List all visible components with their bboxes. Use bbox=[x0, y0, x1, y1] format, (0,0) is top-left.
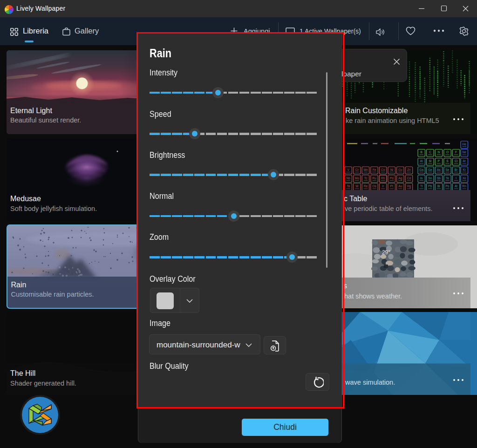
svg-text:As: As bbox=[437, 168, 441, 171]
svg-text:Nb: Nb bbox=[347, 176, 351, 179]
svg-text:Au: Au bbox=[398, 184, 402, 188]
svg-text:Po: Po bbox=[446, 184, 450, 188]
svg-text:F: F bbox=[455, 150, 457, 154]
svg-text:Kr: Kr bbox=[463, 168, 466, 171]
svg-text:In: In bbox=[420, 176, 423, 179]
svg-text:Se: Se bbox=[446, 168, 450, 171]
svg-text:At: At bbox=[455, 184, 457, 188]
svg-text:Ni: Ni bbox=[390, 168, 393, 171]
svg-text:W: W bbox=[355, 184, 359, 188]
svg-text:Cr: Cr bbox=[355, 168, 359, 171]
svg-text:Pb: Pb bbox=[428, 184, 432, 188]
svg-text:Si: Si bbox=[429, 159, 431, 163]
svg-text:Ge: Ge bbox=[428, 168, 432, 171]
svg-text:Cu: Cu bbox=[398, 168, 402, 171]
svg-text:Cd: Cd bbox=[407, 176, 411, 179]
svg-text:S: S bbox=[446, 159, 449, 163]
svg-text:Rn: Rn bbox=[463, 184, 467, 188]
svg-text:Te: Te bbox=[446, 176, 449, 179]
svg-text:Xe: Xe bbox=[463, 176, 466, 179]
svg-text:B: B bbox=[421, 150, 422, 154]
svg-text:Re: Re bbox=[364, 184, 368, 188]
svg-text:Fe: Fe bbox=[373, 168, 376, 171]
svg-text:Co: Co bbox=[381, 168, 385, 171]
svg-text:Ta: Ta bbox=[347, 184, 350, 188]
svg-text:Al: Al bbox=[420, 159, 423, 163]
svg-text:He: He bbox=[463, 142, 467, 145]
svg-text:O: O bbox=[446, 150, 449, 154]
svg-text:V: V bbox=[348, 168, 350, 171]
svg-text:Br: Br bbox=[455, 168, 458, 171]
svg-text:N: N bbox=[438, 150, 440, 154]
svg-text:Pt: Pt bbox=[390, 184, 393, 188]
svg-text:Tl: Tl bbox=[420, 184, 423, 188]
svg-text:C: C bbox=[429, 150, 431, 154]
svg-text:Os: Os bbox=[372, 184, 376, 188]
svg-text:Mn: Mn bbox=[363, 168, 368, 171]
svg-text:29°: 29° bbox=[382, 249, 390, 256]
svg-text:Tc: Tc bbox=[364, 176, 368, 179]
svg-text:Hg: Hg bbox=[407, 184, 411, 188]
svg-text:Ag: Ag bbox=[398, 176, 402, 180]
svg-text:P: P bbox=[438, 159, 440, 163]
svg-text:Bi: Bi bbox=[437, 184, 440, 188]
svg-text:Ar: Ar bbox=[463, 159, 466, 163]
svg-text:Rh: Rh bbox=[381, 176, 385, 179]
svg-text:Sn: Sn bbox=[428, 176, 432, 179]
svg-text:I: I bbox=[456, 176, 457, 179]
svg-text:Ne: Ne bbox=[463, 150, 467, 154]
svg-text:Sb: Sb bbox=[437, 176, 441, 179]
svg-text:Mo: Mo bbox=[355, 176, 359, 179]
svg-text:Ga: Ga bbox=[419, 168, 423, 171]
svg-text:Ru: Ru bbox=[372, 176, 376, 179]
svg-text:Cl: Cl bbox=[455, 159, 458, 163]
svg-text:Pd: Pd bbox=[390, 176, 394, 179]
svg-text:Zn: Zn bbox=[407, 168, 411, 171]
